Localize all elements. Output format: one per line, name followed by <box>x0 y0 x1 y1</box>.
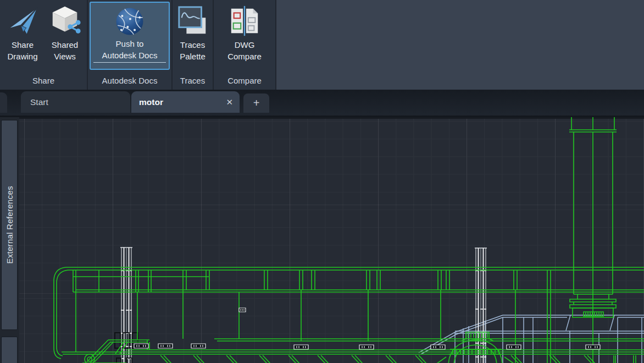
shared-views-button[interactable]: Shared Views <box>44 0 86 63</box>
ribbon-panel-compare: DWG Compare Compare <box>214 0 275 90</box>
ribbon-empty-area <box>276 0 644 90</box>
cad-drawing <box>19 117 644 363</box>
tab-motor[interactable]: motor ✕ <box>131 91 240 113</box>
tab-start-label: Start <box>30 97 48 107</box>
share-drawing-label-2: Drawing <box>7 51 37 62</box>
shared-views-label-2: Views <box>54 51 76 62</box>
dwg-compare-label-2: Compare <box>227 51 262 62</box>
tab-fragment <box>0 92 7 113</box>
ribbon-group-share: Share <box>0 74 87 90</box>
shared-views-label-1: Shared <box>52 39 78 51</box>
drawing-canvas[interactable] <box>19 117 644 363</box>
push-to-autodesk-docs-button[interactable]: Push to Autodesk Docs <box>90 2 170 70</box>
ribbon: Share Drawing <box>0 0 644 90</box>
tab-start[interactable]: Start <box>21 91 130 113</box>
paper-plane-icon <box>5 3 40 39</box>
traces-palette-label-1: Traces <box>180 39 205 51</box>
tab-motor-label: motor <box>139 97 163 107</box>
ribbon-panel-traces: Traces Palette Traces <box>173 0 213 90</box>
plus-icon: + <box>253 97 260 109</box>
ribbon-panel-share: Share Drawing <box>0 0 87 90</box>
share-drawing-button[interactable]: Share Drawing <box>1 0 44 63</box>
ribbon-group-traces: Traces <box>173 74 213 90</box>
share-cube-icon <box>48 3 82 39</box>
push-to-docs-label-2: Autodesk Docs <box>102 50 158 61</box>
push-to-docs-label-1: Push to <box>116 38 144 50</box>
share-drawing-label-1: Share <box>12 39 34 51</box>
ribbon-group-autodesk-docs: Autodesk Docs <box>88 74 171 90</box>
external-references-label: External References <box>5 186 14 264</box>
dwg-compare-icon <box>227 3 262 39</box>
palette-rail: External References <box>0 117 19 363</box>
dwg-compare-label-1: DWG <box>235 39 255 51</box>
ribbon-group-compare: Compare <box>214 74 275 90</box>
external-references-palette-tab[interactable]: External References <box>1 120 18 330</box>
new-tab-button[interactable]: + <box>243 94 269 113</box>
workspace: External References <box>0 116 644 363</box>
globe-icon <box>114 5 146 38</box>
traces-palette-button[interactable]: Traces Palette <box>173 0 212 63</box>
file-tab-bar: Start motor ✕ + <box>0 90 644 116</box>
dwg-compare-button[interactable]: DWG Compare <box>216 0 273 63</box>
traces-palette-icon <box>176 3 210 39</box>
push-to-docs-underline <box>93 62 166 63</box>
ribbon-panel-autodesk-docs: Push to Autodesk Docs Autodesk Docs <box>88 0 171 90</box>
close-tab-icon[interactable]: ✕ <box>226 97 233 107</box>
traces-palette-label-2: Palette <box>180 51 206 62</box>
palette-tab-partial[interactable] <box>1 337 18 363</box>
autocad-window: Share Drawing <box>0 0 644 363</box>
